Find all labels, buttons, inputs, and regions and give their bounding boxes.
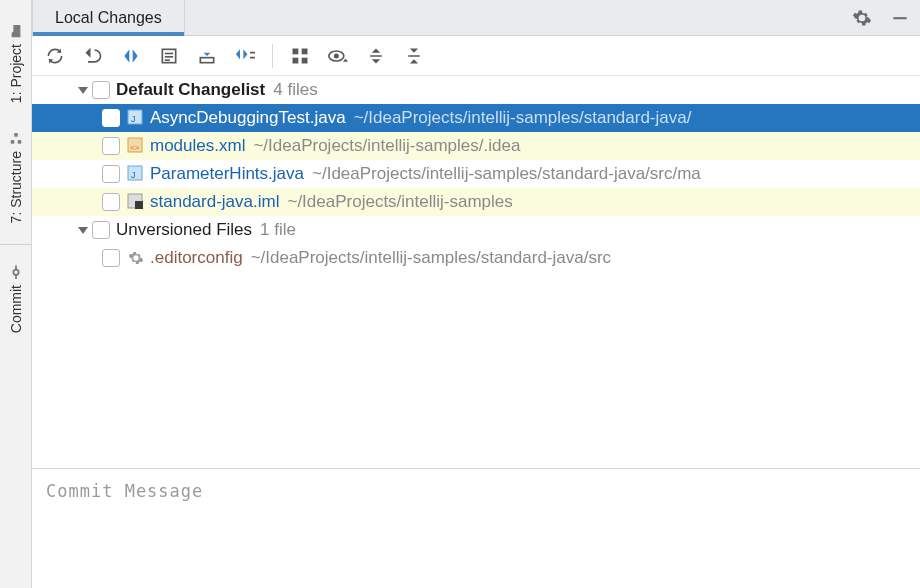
file-name: ParameterHints.java — [150, 164, 304, 184]
svg-rect-13 — [302, 48, 308, 54]
checkbox[interactable] — [102, 109, 120, 127]
file-path: ~/IdeaProjects/intellij-samples/standard… — [312, 164, 701, 184]
grid-icon — [290, 46, 310, 66]
refresh-button[interactable] — [38, 39, 72, 73]
commit-message-area[interactable]: Commit Message — [32, 468, 920, 588]
svg-rect-2 — [14, 133, 18, 137]
unversioned-label: Unversioned Files — [116, 220, 252, 240]
checkbox[interactable] — [102, 137, 120, 155]
checkbox[interactable] — [102, 249, 120, 267]
svg-rect-1 — [17, 140, 21, 144]
changes-tree[interactable]: Default Changelist 4 files J AsyncDebugg… — [32, 76, 920, 468]
commit-message-placeholder: Commit Message — [46, 481, 906, 501]
refresh-icon — [45, 46, 65, 66]
file-path: ~/IdeaProjects/intellij-samples/standard… — [251, 248, 611, 268]
svg-point-3 — [13, 269, 18, 274]
java-file-icon: J — [126, 164, 146, 184]
rollback-button[interactable] — [76, 39, 110, 73]
sidebar-tab-label: 1: Project — [8, 44, 24, 103]
file-name: AsyncDebuggingTest.java — [150, 108, 346, 128]
commit-icon — [9, 265, 23, 279]
gear-icon — [852, 8, 872, 28]
svg-rect-6 — [893, 17, 906, 19]
group-icon — [234, 46, 256, 66]
settings-button[interactable] — [852, 8, 872, 28]
checkbox[interactable] — [102, 165, 120, 183]
tab-label: Local Changes — [55, 9, 162, 27]
unversioned-node[interactable]: Unversioned Files 1 file — [32, 216, 920, 244]
expand-icon — [366, 46, 386, 66]
rollback-icon — [83, 46, 103, 66]
sidebar-tab-label: Commit — [8, 285, 24, 333]
tab-bar: Local Changes — [32, 0, 920, 36]
diff-button[interactable] — [114, 39, 148, 73]
structure-icon — [9, 131, 23, 145]
file-name: .editorconfig — [150, 248, 243, 268]
checkbox[interactable] — [102, 193, 120, 211]
eye-icon — [327, 46, 349, 66]
file-row[interactable]: standard-java.iml ~/IdeaProjects/intelli… — [32, 188, 920, 216]
file-row[interactable]: .editorconfig ~/IdeaProjects/intellij-sa… — [32, 244, 920, 272]
sidebar-separator — [0, 244, 31, 245]
file-name: modules.xml — [150, 136, 245, 156]
expand-all-button[interactable] — [359, 39, 393, 73]
svg-rect-11 — [200, 57, 213, 62]
sidebar-tab-label: 7: Structure — [8, 151, 24, 223]
folder-icon — [9, 24, 23, 38]
changelist-node[interactable]: Default Changelist 4 files — [32, 76, 920, 104]
file-row[interactable]: J AsyncDebuggingTest.java ~/IdeaProjects… — [32, 104, 920, 132]
xml-file-icon: <> — [126, 136, 146, 156]
main-panel: Local Changes — [32, 0, 920, 588]
tab-local-changes[interactable]: Local Changes — [32, 0, 185, 35]
toolbar — [32, 36, 920, 76]
file-row[interactable]: J ParameterHints.java ~/IdeaProjects/int… — [32, 160, 920, 188]
view-options-button[interactable] — [321, 39, 355, 73]
svg-point-17 — [334, 53, 339, 58]
svg-rect-15 — [302, 57, 308, 63]
svg-rect-14 — [293, 57, 299, 63]
file-path: ~/IdeaProjects/intellij-samples/.idea — [253, 136, 520, 156]
sidebar-tab-project[interactable]: 1: Project — [8, 24, 24, 103]
diff-icon — [121, 46, 141, 66]
tool-window-sidebar: 1: Project 7: Structure Commit — [0, 0, 32, 588]
group-by-button[interactable] — [283, 39, 317, 73]
toolbar-separator — [272, 44, 273, 68]
shelve-icon — [197, 46, 217, 66]
chevron-down-icon — [78, 85, 88, 95]
svg-rect-12 — [293, 48, 299, 54]
chevron-down-icon — [78, 225, 88, 235]
file-path: ~/IdeaProjects/intellij-samples — [287, 192, 512, 212]
checkbox[interactable] — [92, 81, 110, 99]
checkbox[interactable] — [92, 221, 110, 239]
iml-file-icon — [126, 192, 146, 212]
hide-button[interactable] — [890, 8, 910, 28]
tree-expander[interactable] — [74, 225, 92, 235]
sidebar-tab-commit[interactable]: Commit — [8, 265, 24, 333]
svg-text:J: J — [131, 170, 136, 180]
tree-expander[interactable] — [74, 85, 92, 95]
svg-rect-0 — [10, 140, 14, 144]
collapse-all-button[interactable] — [397, 39, 431, 73]
file-path: ~/IdeaProjects/intellij-samples/standard… — [354, 108, 692, 128]
changelist-label: Default Changelist — [116, 80, 265, 100]
changelist-count: 4 files — [273, 80, 317, 100]
svg-text:<>: <> — [130, 143, 140, 152]
changelist-button[interactable] — [152, 39, 186, 73]
svg-text:J: J — [131, 114, 136, 124]
list-icon — [159, 46, 179, 66]
config-file-icon — [126, 248, 146, 268]
java-file-icon: J — [126, 108, 146, 128]
shelve-button[interactable] — [190, 39, 224, 73]
collapse-icon — [404, 46, 424, 66]
sidebar-tab-structure[interactable]: 7: Structure — [8, 131, 24, 223]
svg-rect-25 — [135, 201, 143, 209]
file-row[interactable]: <> modules.xml ~/IdeaProjects/intellij-s… — [32, 132, 920, 160]
unversioned-count: 1 file — [260, 220, 296, 240]
unshelve-button[interactable] — [228, 39, 262, 73]
file-name: standard-java.iml — [150, 192, 279, 212]
minimize-icon — [890, 8, 910, 28]
